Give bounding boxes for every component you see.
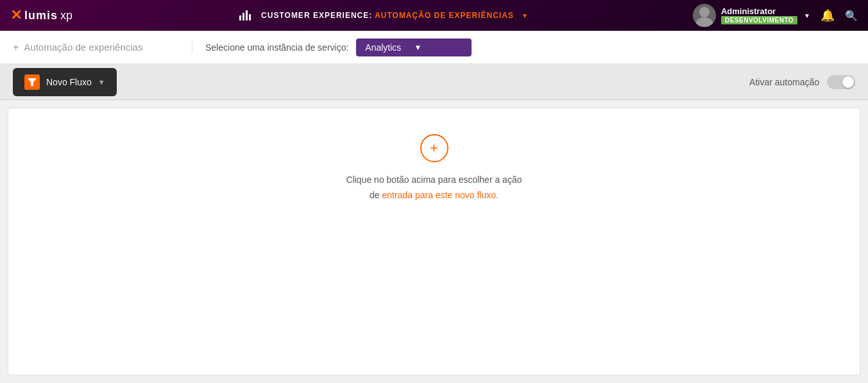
- toggle-knob: [842, 76, 854, 88]
- add-action-button[interactable]: +: [420, 134, 448, 162]
- logo-lumis-text: lumis: [24, 9, 58, 22]
- main-canvas: + Clique no botão acima para escolher a …: [8, 108, 860, 375]
- user-avatar: [693, 4, 716, 27]
- activate-label: Ativar automação: [749, 77, 819, 87]
- nav-bars-icon: [239, 10, 251, 21]
- logo-x-icon: ✕: [10, 7, 22, 24]
- service-dropdown-arrow-icon: ▼: [414, 43, 421, 52]
- nav-title: CUSTOMER EXPERIENCE: AUTOMAÇÃO DE EXPERI…: [261, 11, 514, 20]
- add-icon: +: [430, 140, 438, 157]
- svg-point-1: [696, 17, 713, 27]
- canvas-hint: Clique no botão acima para escolher a aç…: [346, 173, 522, 203]
- filter-icon: [24, 74, 40, 90]
- breadcrumb-plus-icon: +: [13, 42, 19, 53]
- user-section[interactable]: Administrator DESENVOLVIMENTO ▼: [693, 4, 810, 27]
- nav-right: Administrator DESENVOLVIMENTO ▼ 🔔 🔍: [693, 4, 858, 27]
- service-select-label: Selecione uma instância de serviço:: [205, 42, 348, 53]
- funnel-icon: [28, 78, 37, 87]
- bar2: [243, 13, 244, 21]
- logo-xp-text: xp: [60, 9, 72, 22]
- logo[interactable]: ✕ lumisxp: [10, 7, 74, 24]
- bar4: [249, 14, 251, 21]
- canvas-hint-highlight: entrada para este novo fluxo.: [382, 190, 498, 200]
- user-info: Administrator DESENVOLVIMENTO: [721, 6, 797, 24]
- user-role-badge: DESENVOLVIMENTO: [721, 16, 797, 24]
- top-navigation: ✕ lumisxp CUSTOMER EXPERIENCE: AUTOMAÇÃO…: [0, 0, 868, 31]
- nav-center: CUSTOMER EXPERIENCE: AUTOMAÇÃO DE EXPERI…: [85, 10, 683, 21]
- bar1: [239, 15, 241, 21]
- canvas-hint-line1: Clique no botão acima para escolher a aç…: [346, 173, 522, 188]
- nav-title-highlight: AUTOMAÇÃO DE EXPERIÊNCIAS: [375, 11, 514, 20]
- canvas-hint-line2: de entrada para este novo fluxo.: [346, 188, 522, 203]
- breadcrumb-section: + Automação de experiências: [13, 42, 192, 53]
- new-flow-button[interactable]: Novo Fluxo ▼: [13, 68, 117, 96]
- notification-icon[interactable]: 🔔: [821, 8, 835, 22]
- breadcrumb-text: Automação de experiências: [24, 42, 142, 53]
- bar3: [246, 10, 248, 21]
- user-dropdown-icon[interactable]: ▼: [804, 12, 810, 19]
- service-dropdown[interactable]: Analytics ▼: [356, 38, 472, 56]
- activate-toggle[interactable]: [827, 75, 855, 89]
- toolbar-left: Novo Fluxo ▼: [13, 68, 117, 96]
- toolbar: Novo Fluxo ▼ Ativar automação: [0, 64, 868, 100]
- service-select-section: Selecione uma instância de serviço: Anal…: [205, 38, 855, 56]
- new-flow-label: Novo Fluxo: [46, 77, 92, 87]
- new-flow-dropdown-icon: ▼: [98, 78, 105, 86]
- svg-point-0: [699, 7, 710, 17]
- svg-marker-2: [28, 78, 37, 86]
- sub-header: + Automação de experiências Selecione um…: [0, 31, 868, 64]
- nav-title-static: CUSTOMER EXPERIENCE:: [261, 11, 372, 20]
- service-dropdown-value: Analytics: [365, 42, 401, 53]
- avatar-icon: [693, 4, 716, 27]
- nav-dropdown-icon[interactable]: ▼: [522, 12, 528, 19]
- user-name: Administrator: [721, 6, 797, 16]
- toolbar-right: Ativar automação: [749, 75, 855, 89]
- search-icon[interactable]: 🔍: [845, 10, 858, 22]
